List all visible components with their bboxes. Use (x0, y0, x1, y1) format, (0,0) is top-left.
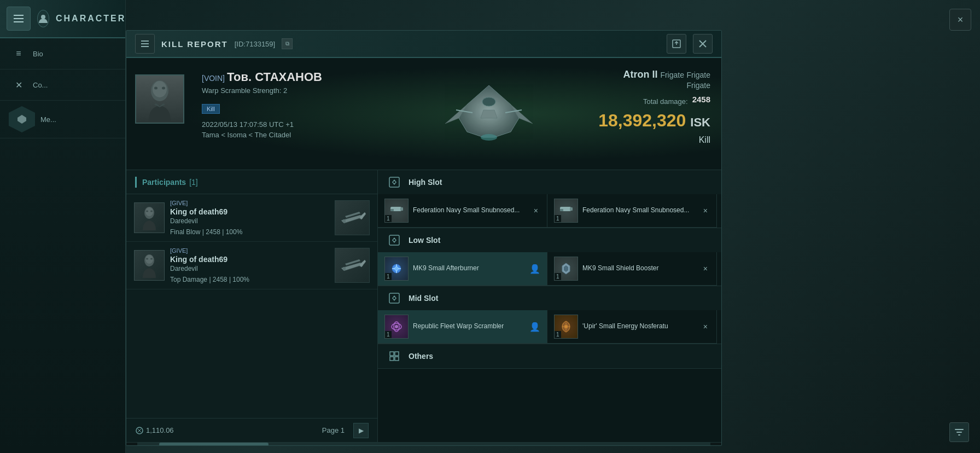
character-icon (37, 10, 49, 27)
svg-point-31 (393, 239, 395, 241)
scrollbar-track[interactable] (137, 443, 710, 446)
svg-point-7 (481, 134, 497, 141)
slot-item-count-2: 1 (555, 215, 561, 222)
svg-point-0 (41, 15, 45, 19)
svg-point-35 (393, 297, 395, 299)
svg-point-13 (146, 211, 148, 212)
sidebar: CHARACTER ≡ Bio ✕ Co... Me... (0, 0, 126, 453)
slot-item[interactable]: 1 Federation Navy Small Snubnosed... × (547, 194, 717, 228)
slot-item-close-6[interactable]: × (701, 320, 710, 333)
mid-slot-section: Mid Slot 1 R (378, 286, 721, 344)
high-slot-icon (387, 175, 402, 190)
slot-item-info-2: Federation Navy Small Snubnosed... (582, 206, 697, 215)
svg-point-4 (153, 81, 167, 97)
slot-item[interactable]: 1 MK9 Small Shield Booster × (547, 252, 717, 286)
participant-corp-1: [GIVE] (170, 200, 329, 206)
kill-report-menu-button[interactable] (135, 34, 155, 54)
filter-button[interactable] (949, 422, 969, 442)
slot-item-count-5: 1 (385, 331, 392, 338)
mid-slot-title: Mid Slot (409, 294, 438, 303)
slot-item[interactable]: 1 'Upir' Small Energy Nosferatu × (547, 310, 717, 344)
export-button[interactable] (667, 34, 686, 54)
mid-slot-items: 1 Republic Fleet Warp Scrambler 👤 (378, 310, 721, 344)
svg-rect-28 (570, 207, 573, 211)
svg-point-23 (393, 181, 395, 183)
kill-stats: Atron II Frigate Frigate Frigate Total d… (598, 69, 710, 145)
slot-item-close-2[interactable]: × (701, 204, 710, 217)
participants-title: Participants (142, 178, 186, 187)
medals-hex-icon (9, 106, 35, 132)
participant-corp-2: [GIVE] (170, 247, 329, 254)
weapon-svg-2 (339, 252, 366, 279)
hamburger-button[interactable] (7, 7, 31, 31)
participants-footer: 1,110.06 Page 1 ▶ (126, 418, 377, 442)
slot-item[interactable]: 1 Federation Navy Small Snubnosed... × (378, 194, 547, 228)
kill-datetime: 2022/05/13 17:07:58 UTC +1 (202, 120, 322, 129)
slot-item-info-4: MK9 Small Shield Booster (582, 264, 697, 273)
slot-item-close-1[interactable]: × (532, 204, 540, 217)
others-slot-svg (388, 350, 400, 362)
participant-name-2: King of death69 (170, 255, 329, 264)
weapon-image-1 (335, 200, 370, 235)
participant-weapon-2 (335, 248, 370, 283)
participant-info-1: [GIVE] King of death69 Daredevil Final B… (170, 200, 329, 236)
scrollbar-container (126, 442, 721, 445)
kill-report-id: [ID:7133159] (235, 40, 275, 48)
participant-stats-2: Top Damage | 2458 | 100% (170, 276, 329, 283)
total-damage-value: 2458 (692, 95, 710, 104)
main-content: Participants [1] [GIVE] Kin (126, 170, 721, 442)
slot-item[interactable]: 1 MK9 Small Afterburner 👤 (378, 252, 547, 286)
svg-marker-1 (18, 115, 26, 124)
slot-item-name-1: Federation Navy Small Snubnosed... (413, 206, 527, 215)
total-damage-label: Total damage: (643, 97, 688, 106)
app-close-button[interactable]: × (949, 9, 971, 31)
kill-report-header: KILL REPORT [ID:7133159] ⧉ (126, 31, 721, 58)
participants-spacer (126, 289, 377, 418)
low-slot-items: 1 MK9 Small Afterburner 👤 (378, 252, 721, 286)
low-slot-section: Low Slot 1 M (378, 228, 721, 286)
slot-item-name-3: MK9 Small Afterburner (413, 264, 525, 273)
filter-icon (954, 427, 964, 437)
slot-item-person-3: 👤 (529, 264, 540, 274)
footer-next-button[interactable]: ▶ (353, 423, 369, 438)
low-slot-svg (388, 234, 400, 246)
slot-item-count-1: 1 (385, 215, 392, 222)
slot-item-name-6: 'Upir' Small Energy Nosferatu (582, 322, 697, 331)
svg-rect-39 (390, 352, 394, 356)
sidebar-item-medals[interactable]: Me... (0, 101, 125, 138)
participant-portrait-1 (138, 205, 160, 230)
svg-rect-29 (560, 209, 563, 211)
weapon-image-2 (335, 248, 370, 283)
copy-id-button[interactable]: ⧉ (282, 38, 293, 49)
svg-point-33 (394, 266, 399, 271)
participant-item[interactable]: [GIVE] King of death69 Daredevil Final B… (126, 194, 377, 242)
slot-item-close-4[interactable]: × (701, 262, 710, 275)
sidebar-item-label: Me... (40, 115, 56, 124)
others-slot-title: Others (409, 352, 433, 361)
sidebar-item-label: Co... (33, 81, 48, 89)
slot-item-name-5: Republic Fleet Warp Scrambler (413, 322, 525, 331)
close-kill-report-button[interactable] (693, 34, 713, 54)
low-slot-title: Low Slot (409, 236, 440, 245)
participant-item[interactable]: [GIVE] King of death69 Daredevil Top Dam… (126, 242, 377, 289)
svg-rect-15 (343, 219, 346, 223)
slot-item-info-3: MK9 Small Afterburner (413, 264, 525, 273)
sidebar-item-bio[interactable]: ≡ Bio (0, 38, 125, 69)
slot-item-count-3: 1 (385, 273, 392, 280)
svg-rect-42 (395, 357, 399, 361)
export-icon (672, 39, 681, 48)
sidebar-item-combat[interactable]: ✕ Co... (0, 69, 125, 101)
svg-rect-20 (343, 267, 346, 270)
isk-row: 18,392,320 ISK (598, 111, 710, 131)
pilot-portrait (141, 77, 179, 121)
pilot-info: [VOIN]Тов. СТАХАНОВ Тов. СТАХАНОВ Warp S… (193, 58, 331, 170)
kill-type: Kill (598, 135, 710, 145)
participant-ship-2: Daredevil (170, 265, 329, 272)
slot-item[interactable]: 1 Republic Fleet Warp Scrambler 👤 (378, 310, 547, 344)
footer-page: Page 1 (322, 426, 345, 434)
participant-name-1: King of death69 (170, 207, 329, 216)
participant-stats-1: Final Blow | 2458 | 100% (170, 228, 329, 236)
high-slot-svg (388, 176, 400, 188)
scrollbar-thumb[interactable] (159, 443, 269, 446)
participant-weapon-1 (335, 200, 370, 235)
